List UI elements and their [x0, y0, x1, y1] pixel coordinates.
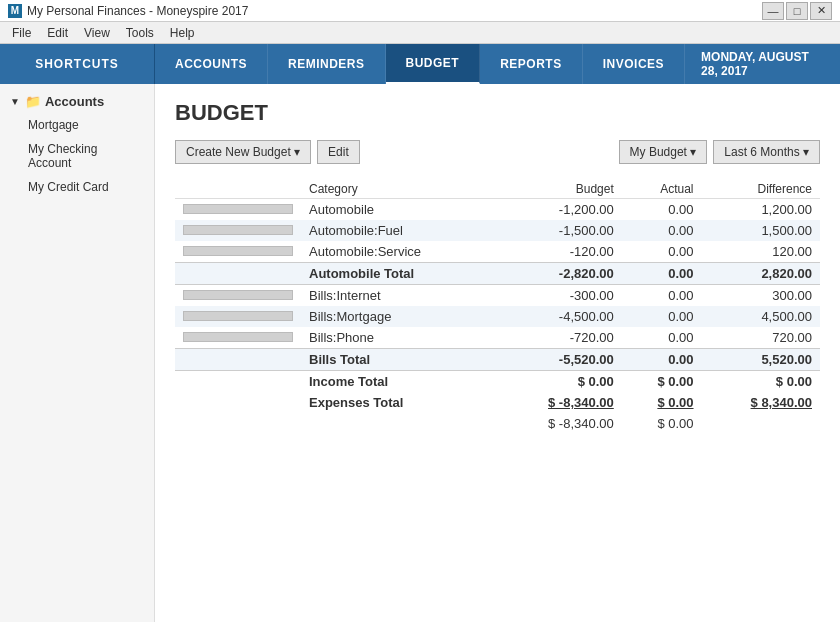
category-income-total: Income Total: [301, 371, 497, 393]
table-row: Automobile:Fuel -1,500.00 0.00 1,500.00: [175, 220, 820, 241]
budget-selector-button[interactable]: My Budget ▾: [619, 140, 708, 164]
table-row: Bills:Mortgage -4,500.00 0.00 4,500.00: [175, 306, 820, 327]
col-header-actual: Actual: [622, 180, 702, 199]
diff-bills-total: 5,520.00: [702, 349, 820, 371]
budget-bills-total: -5,520.00: [497, 349, 622, 371]
col-header-budget: Budget: [497, 180, 622, 199]
actual-bills-total: 0.00: [622, 349, 702, 371]
budget-automobile: -1,200.00: [497, 199, 622, 221]
category-automobile-total: Automobile Total: [301, 263, 497, 285]
title-bar: M My Personal Finances - Moneyspire 2017…: [0, 0, 840, 22]
sidebar: ▼ 📁 Accounts Mortgage My Checking Accoun…: [0, 84, 155, 622]
tab-accounts[interactable]: ACCOUNTS: [155, 44, 268, 84]
actual-automobile-fuel: 0.00: [622, 220, 702, 241]
table-row-total: Automobile Total -2,820.00 0.00 2,820.00: [175, 263, 820, 285]
actual-income-total: $ 0.00: [622, 371, 702, 393]
budget-bills-internet: -300.00: [497, 285, 622, 307]
sidebar-accounts-label: Accounts: [45, 94, 104, 109]
category-bills-phone: Bills:Phone: [301, 327, 497, 349]
maximize-button[interactable]: □: [786, 2, 808, 20]
col-header-difference: Difference: [702, 180, 820, 199]
diff-automobile-total: 2,820.00: [702, 263, 820, 285]
budget-expenses-total: $ -8,340.00: [497, 392, 622, 413]
menu-view[interactable]: View: [76, 24, 118, 42]
shortcuts-header: SHORTCUTS: [0, 44, 155, 84]
sidebar-accounts-header[interactable]: ▼ 📁 Accounts: [4, 90, 150, 113]
actual-automobile-service: 0.00: [622, 241, 702, 263]
actual-bills-mortgage: 0.00: [622, 306, 702, 327]
tab-invoices[interactable]: INVOICES: [583, 44, 685, 84]
diff-expenses-total: $ 8,340.00: [702, 392, 820, 413]
budget-automobile-service: -120.00: [497, 241, 622, 263]
app-icon: M: [8, 4, 22, 18]
table-row: Bills:Internet -300.00 0.00 300.00: [175, 285, 820, 307]
menu-edit[interactable]: Edit: [39, 24, 76, 42]
category-automobile: Automobile: [301, 199, 497, 221]
budget-toolbar: Create New Budget ▾ Edit My Budget ▾ Las…: [175, 140, 820, 164]
summary-actual: $ 0.00: [622, 413, 702, 434]
table-row-total: Bills Total -5,520.00 0.00 5,520.00: [175, 349, 820, 371]
diff-automobile-fuel: 1,500.00: [702, 220, 820, 241]
diff-bills-mortgage: 4,500.00: [702, 306, 820, 327]
category-automobile-fuel: Automobile:Fuel: [301, 220, 497, 241]
tab-budget[interactable]: BUDGET: [386, 44, 481, 84]
budget-bills-mortgage: -4,500.00: [497, 306, 622, 327]
col-header-category: [175, 180, 301, 199]
summary-budget: $ -8,340.00: [497, 413, 622, 434]
progress-bar: [183, 311, 293, 321]
nav-tabs: ACCOUNTS REMINDERS BUDGET REPORTS INVOIC…: [155, 44, 685, 84]
close-button[interactable]: ✕: [810, 2, 832, 20]
budget-bills-phone: -720.00: [497, 327, 622, 349]
menu-tools[interactable]: Tools: [118, 24, 162, 42]
diff-automobile-service: 120.00: [702, 241, 820, 263]
tab-reminders[interactable]: REMINDERS: [268, 44, 386, 84]
sidebar-item-checking[interactable]: My Checking Account: [4, 137, 150, 175]
edit-button[interactable]: Edit: [317, 140, 360, 164]
nav-date: MONDAY, AUGUST 28, 2017: [685, 44, 840, 84]
progress-bar: [183, 204, 293, 214]
title-bar-controls: — □ ✕: [762, 2, 832, 20]
table-row: Automobile:Service -120.00 0.00 120.00: [175, 241, 820, 263]
budget-income-total: $ 0.00: [497, 371, 622, 393]
title-bar-title: My Personal Finances - Moneyspire 2017: [27, 4, 762, 18]
minimize-button[interactable]: —: [762, 2, 784, 20]
diff-bills-internet: 300.00: [702, 285, 820, 307]
actual-bills-internet: 0.00: [622, 285, 702, 307]
sidebar-item-credit-card[interactable]: My Credit Card: [4, 175, 150, 199]
menu-file[interactable]: File: [4, 24, 39, 42]
category-bills-internet: Bills:Internet: [301, 285, 497, 307]
actual-bills-phone: 0.00: [622, 327, 702, 349]
create-budget-button[interactable]: Create New Budget ▾: [175, 140, 311, 164]
budget-table: Category Budget Actual Difference Automo…: [175, 180, 820, 434]
category-expenses-total: Expenses Total: [301, 392, 497, 413]
diff-automobile: 1,200.00: [702, 199, 820, 221]
table-row: Automobile -1,200.00 0.00 1,200.00: [175, 199, 820, 221]
category-bills-mortgage: Bills:Mortgage: [301, 306, 497, 327]
table-row-summary: $ -8,340.00 $ 0.00: [175, 413, 820, 434]
page-title: BUDGET: [175, 100, 820, 126]
budget-automobile-fuel: -1,500.00: [497, 220, 622, 241]
top-nav: SHORTCUTS ACCOUNTS REMINDERS BUDGET REPO…: [0, 44, 840, 84]
menu-help[interactable]: Help: [162, 24, 203, 42]
collapse-arrow-icon: ▼: [10, 96, 20, 107]
category-automobile-service: Automobile:Service: [301, 241, 497, 263]
sidebar-item-mortgage[interactable]: Mortgage: [4, 113, 150, 137]
table-row-income-total: Income Total $ 0.00 $ 0.00 $ 0.00: [175, 371, 820, 393]
actual-automobile: 0.00: [622, 199, 702, 221]
actual-expenses-total: $ 0.00: [622, 392, 702, 413]
category-bills-total: Bills Total: [301, 349, 497, 371]
actual-automobile-total: 0.00: [622, 263, 702, 285]
folder-icon: 📁: [25, 94, 41, 109]
table-row-expenses-total: Expenses Total $ -8,340.00 $ 0.00 $ 8,34…: [175, 392, 820, 413]
progress-bar: [183, 225, 293, 235]
diff-income-total: $ 0.00: [702, 371, 820, 393]
tab-reports[interactable]: REPORTS: [480, 44, 583, 84]
period-selector-button[interactable]: Last 6 Months ▾: [713, 140, 820, 164]
diff-bills-phone: 720.00: [702, 327, 820, 349]
table-row: Bills:Phone -720.00 0.00 720.00: [175, 327, 820, 349]
progress-bar: [183, 246, 293, 256]
progress-bar: [183, 290, 293, 300]
sidebar-accounts-section: ▼ 📁 Accounts Mortgage My Checking Accoun…: [0, 84, 154, 201]
progress-bar: [183, 332, 293, 342]
budget-automobile-total: -2,820.00: [497, 263, 622, 285]
